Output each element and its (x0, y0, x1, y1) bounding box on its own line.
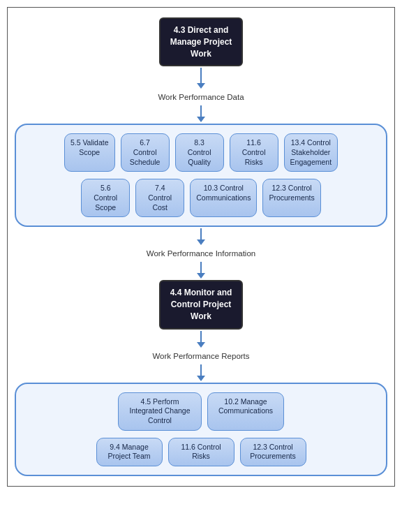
wpr-label: Work Performance Reports (152, 352, 249, 360)
arrow-6 (197, 364, 205, 381)
box-7-4[interactable]: 7.4 Control Cost (135, 179, 184, 217)
box-11-6b[interactable]: 11.6 Control Risks (168, 438, 234, 466)
arrow-5 (197, 331, 205, 348)
group1-row1: 5.5 Validate Scope 6.7 Control Schedule … (64, 133, 338, 172)
box-12-3a[interactable]: 12.3 Control Procurements (262, 179, 320, 217)
arrow-3 (197, 228, 205, 245)
control-group-1: 5.5 Validate Scope 6.7 Control Schedule … (15, 124, 387, 227)
control-group-2: 4.5 Perform Integrated Change Control 10… (15, 383, 387, 476)
diagram-container: 4.3 Direct and Manage Project Work Work … (7, 7, 395, 487)
box-10-2[interactable]: 10.2 Manage Communications (207, 392, 284, 431)
box-10-3[interactable]: 10.3 Control Communications (190, 179, 257, 217)
box-4-5[interactable]: 4.5 Perform Integrated Change Control (118, 392, 202, 431)
group1-row2: 5.6 Control Scope 7.4 Control Cost 10.3 … (81, 179, 321, 217)
box-5-6[interactable]: 5.6 Control Scope (81, 179, 130, 217)
wpd-label: Work Performance Data (158, 93, 244, 101)
wpi-label: Work Performance Information (147, 249, 255, 258)
box-11-6a[interactable]: 11.6 Control Risks (230, 133, 278, 172)
box-5-5[interactable]: 5.5 Validate Scope (64, 133, 115, 172)
top-dark-box: 4.3 Direct and Manage Project Work (159, 17, 244, 66)
box-8-3[interactable]: 8.3 Control Quality (175, 133, 224, 172)
middle-dark-box: 4.4 Monitor and Control Project Work (159, 280, 244, 329)
arrow-1 (197, 68, 205, 89)
group2-row2: 9.4 Manage Project Team 11.6 Control Ris… (96, 438, 306, 466)
arrow-4 (197, 262, 205, 279)
box-6-7[interactable]: 6.7 Control Schedule (121, 133, 170, 172)
group2-row1: 4.5 Perform Integrated Change Control 10… (118, 392, 284, 431)
arrow-2 (197, 105, 205, 122)
box-12-3b[interactable]: 12.3 Control Procurements (240, 438, 306, 466)
box-13-4[interactable]: 13.4 Control Stakeholder Engagement (284, 133, 338, 172)
box-9-4[interactable]: 9.4 Manage Project Team (96, 438, 163, 466)
